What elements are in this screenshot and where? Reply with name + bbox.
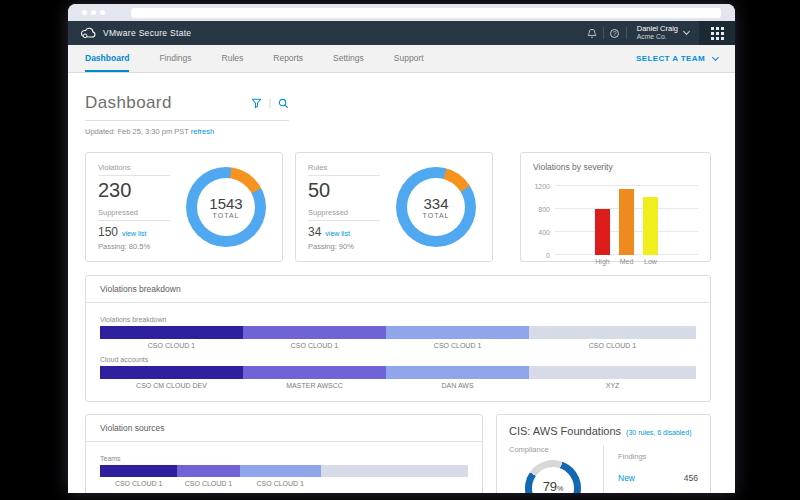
x-tick-label: Med [619, 258, 634, 265]
finding-row: New 456 [618, 473, 698, 483]
team-selector-label: SELECT A TEAM [636, 54, 705, 63]
y-tick-label: 0 [546, 252, 550, 259]
window-titlebar [68, 4, 735, 21]
page-background: VMware Secure State ? Daniel Craig [0, 0, 800, 500]
bar-segment[interactable] [529, 366, 696, 379]
bar-segment[interactable] [100, 326, 243, 339]
chart-plot-area [555, 181, 698, 255]
severity-bar-high[interactable] [595, 209, 610, 255]
bell-icon [587, 28, 597, 39]
bar-segment[interactable] [100, 366, 243, 379]
window-maximize-button[interactable] [100, 10, 105, 15]
compliance-donut-chart[interactable]: 79 % [525, 460, 581, 493]
refresh-link[interactable]: refresh [191, 127, 214, 136]
bar-segment[interactable] [386, 366, 529, 379]
rules-label: Rules [308, 163, 380, 176]
stacked-bar-track [100, 366, 696, 379]
help-button[interactable]: ? [604, 21, 626, 45]
bar-segment-label: DAN AWS [386, 382, 529, 389]
bar-segment[interactable] [386, 326, 529, 339]
bar-segment[interactable] [243, 366, 386, 379]
severity-bar-low[interactable] [643, 197, 658, 255]
window-minimize-button[interactable] [91, 10, 96, 15]
dashboard-content: Dashboard | Updated: Feb 25, 3:30 pm PST… [68, 73, 735, 493]
bar-segment-label: MASTER AWSCC [243, 382, 386, 389]
notifications-button[interactable] [581, 21, 603, 45]
filter-icon[interactable] [251, 98, 262, 109]
severity-bar-med[interactable] [619, 189, 634, 255]
team-selector[interactable]: SELECT A TEAM [636, 45, 718, 72]
x-axis-labels: HighMedLow [555, 258, 698, 265]
findings-new-link[interactable]: New [618, 473, 635, 483]
suppressed-label: Suppressed [308, 208, 380, 221]
donut-center: 334 TOTAL [407, 178, 465, 236]
y-tick-label: 400 [538, 229, 550, 236]
x-tick-label: High [595, 258, 610, 265]
view-list-link[interactable]: view list [122, 230, 147, 237]
breakdown-accounts-stacked-bar: CSO CM CLOUD DEVMASTER AWSCCDAN AWSXYZ [100, 366, 696, 389]
address-bar[interactable] [131, 8, 721, 18]
suppressed-count: 34 [308, 225, 321, 239]
x-tick-label: Low [643, 258, 658, 265]
tab-findings[interactable]: Findings [159, 45, 191, 72]
compliance-label: Compliance [509, 445, 597, 454]
user-menu[interactable]: Daniel Craig Acme Co. [627, 25, 699, 41]
grid-icon [711, 27, 724, 40]
app-switcher-button[interactable] [699, 21, 735, 45]
breakdown-row2-label: Cloud accounts [100, 356, 696, 363]
tab-dashboard[interactable]: Dashboard [85, 45, 129, 72]
window-close-button[interactable] [82, 10, 87, 15]
question-icon: ? [610, 29, 619, 38]
findings-label: Findings [618, 452, 646, 461]
violations-card: Violations 230 Suppressed 150 view list … [85, 152, 283, 262]
violations-count: 230 [98, 179, 182, 202]
y-tick-label: 1200 [534, 183, 550, 190]
user-organization: Acme Co. [637, 33, 678, 41]
rules-count: 50 [308, 179, 392, 202]
donut-total-label: TOTAL [213, 212, 240, 219]
tab-settings[interactable]: Settings [333, 45, 364, 72]
bar-segment-label: CSO CM CLOUD DEV [100, 382, 243, 389]
icon-divider: | [269, 98, 271, 108]
view-list-link[interactable]: view list [325, 230, 350, 237]
bar-segment-label: CSO CLOUD 1 [240, 480, 321, 487]
bar-segment[interactable] [240, 465, 321, 477]
stacked-bar-track [100, 326, 696, 339]
bar-segment-label: CSO CLOUD 1 [100, 480, 177, 487]
tab-rules[interactable]: Rules [222, 45, 244, 72]
suppressed-label: Suppressed [98, 208, 170, 221]
user-name: Daniel Craig [637, 25, 678, 34]
bar-segment[interactable] [243, 326, 386, 339]
cis-aws-foundations-card: CIS: AWS Foundations (30 rules, 6 disabl… [496, 414, 711, 493]
rules-donut-chart[interactable]: 334 TOTAL [396, 167, 476, 247]
passing-text: Passing: 80.5% [98, 242, 182, 251]
compliance-unit: % [557, 485, 563, 492]
bar-segment-label: XYZ [529, 382, 696, 389]
window-controls [82, 10, 105, 15]
cis-card-title: CIS: AWS Foundations [509, 425, 621, 437]
bar-segment-label: CSO CLOUD 1 [529, 342, 696, 349]
donut-total: 334 [423, 195, 448, 212]
search-icon[interactable] [278, 98, 289, 109]
bar-segment[interactable] [100, 465, 177, 477]
bars-group [555, 181, 698, 255]
tab-reports[interactable]: Reports [273, 45, 303, 72]
stacked-bar-labels: CSO CLOUD 1CSO CLOUD 1CSO CLOUD 1CSO CLO… [100, 342, 696, 349]
breakdown-teams-stacked-bar: CSO CLOUD 1CSO CLOUD 1CSO CLOUD 1CSO CLO… [100, 326, 696, 349]
violation-sources-card: Violation sources Teams CSO CLOUD 1CSO C… [85, 414, 483, 493]
tab-support[interactable]: Support [394, 45, 424, 72]
y-tick-label: 800 [538, 206, 550, 213]
violations-by-severity-card: Violations by severity 04008001200 HighM… [520, 152, 711, 262]
bar-segment[interactable] [321, 465, 468, 477]
suppressed-count: 150 [98, 225, 118, 239]
brand: VMware Secure State [68, 27, 191, 39]
updated-text: Updated: Feb 25, 3:30 pm PST [85, 127, 189, 136]
browser-window: VMware Secure State ? Daniel Craig [68, 4, 735, 493]
cis-rules-note-link[interactable]: (30 rules, 6 disabled) [626, 429, 691, 436]
bar-segment[interactable] [177, 465, 240, 477]
bar-segment-label: CSO CLOUD 1 [177, 480, 240, 487]
page-title-block: Dashboard | [85, 93, 289, 121]
breakdown-card-title: Violations breakdown [86, 276, 710, 303]
violations-donut-chart[interactable]: 1543 TOTAL [186, 167, 266, 247]
bar-segment[interactable] [529, 326, 696, 339]
